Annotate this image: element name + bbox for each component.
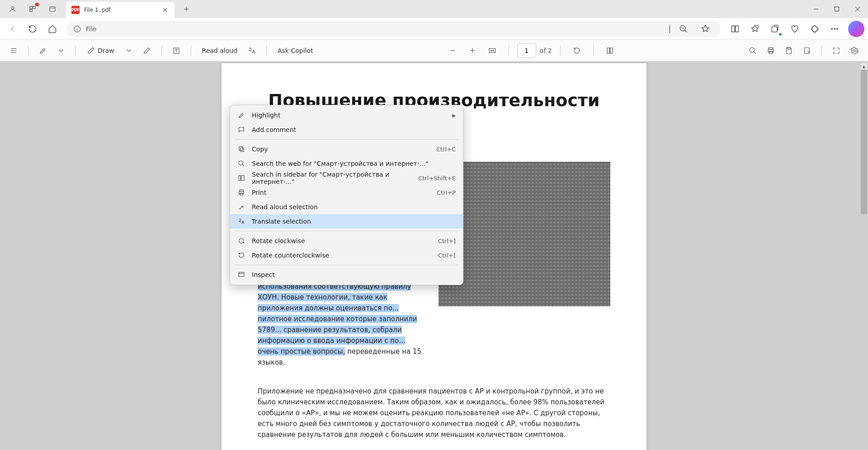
- close-window-button[interactable]: [847, 0, 868, 18]
- minimize-button[interactable]: [806, 0, 826, 18]
- favorite-button[interactable]: [696, 20, 714, 38]
- menu-translate-label: Translate selection: [252, 218, 456, 225]
- svg-rect-37: [607, 48, 609, 53]
- highlight-icon: [237, 111, 245, 119]
- favorites-hub-button[interactable]: [746, 20, 764, 38]
- svg-rect-38: [610, 48, 612, 53]
- svg-line-49: [242, 164, 244, 166]
- extensions-button[interactable]: [806, 20, 824, 38]
- menu-inspect[interactable]: Inspect: [230, 267, 463, 282]
- menu-search-sidebar-label: Search in sidebar for "Смарт-устройства …: [252, 171, 412, 185]
- svg-rect-1: [30, 6, 32, 9]
- page-view-button[interactable]: [602, 42, 618, 59]
- search-icon: [237, 159, 245, 168]
- svg-rect-54: [240, 193, 243, 195]
- read-aloud-icon: [237, 203, 245, 211]
- back-button[interactable]: [4, 20, 22, 38]
- split-screen-button[interactable]: [726, 20, 744, 38]
- zoom-out-button[interactable]: [444, 42, 461, 59]
- print-button[interactable]: [763, 42, 779, 59]
- scroll-thumb[interactable]: [861, 70, 867, 214]
- highlight-dropdown[interactable]: [53, 42, 69, 59]
- svg-line-16: [685, 30, 687, 32]
- translate-button[interactable]: [244, 42, 260, 59]
- menu-print-shortcut: Ctrl+P: [437, 189, 456, 196]
- menu-highlight-label: Highlight: [252, 112, 446, 119]
- read-aloud-button[interactable]: Read aloud: [198, 42, 242, 59]
- home-button[interactable]: [43, 20, 61, 38]
- text-tool-button[interactable]: [168, 42, 184, 59]
- menu-search-sidebar[interactable]: Search in sidebar for "Смарт-устройства …: [230, 171, 463, 185]
- ask-copilot-button[interactable]: Ask Copilot: [273, 42, 318, 59]
- fit-width-button[interactable]: [484, 42, 500, 59]
- address-bar[interactable]: File: [67, 21, 721, 37]
- maximize-button[interactable]: [826, 0, 847, 18]
- copy-icon: [237, 145, 245, 153]
- svg-rect-46: [240, 148, 244, 151]
- draw-dropdown[interactable]: [121, 42, 137, 59]
- vertical-scrollbar[interactable]: ▲: [861, 63, 867, 450]
- svg-rect-44: [788, 47, 790, 49]
- menu-read-aloud[interactable]: Read aloud selection: [230, 200, 463, 214]
- menu-add-comment-label: Add comment: [252, 126, 456, 133]
- menu-rotate-cw-label: Rotate clockwise: [252, 237, 432, 244]
- address-text: File: [86, 25, 662, 33]
- menu-rotate-cw[interactable]: Rotate clockwise Ctrl+]: [230, 234, 463, 248]
- menu-rotate-ccw[interactable]: Rotate counterclockwise Ctrl+[: [230, 248, 463, 262]
- tab-title: File 1..pdf: [84, 7, 156, 13]
- refresh-button[interactable]: [24, 20, 42, 38]
- tab-actions-button[interactable]: [43, 0, 61, 18]
- save-as-button[interactable]: [799, 42, 815, 59]
- svg-point-48: [239, 161, 243, 165]
- menu-separator: [235, 139, 458, 140]
- zoom-out-addr-button[interactable]: [675, 20, 693, 38]
- more-menu-button[interactable]: [826, 20, 844, 38]
- settings-button[interactable]: [846, 42, 863, 59]
- new-tab-button[interactable]: [179, 2, 193, 16]
- draw-button[interactable]: Draw: [82, 42, 119, 59]
- ask-copilot-label: Ask Copilot: [278, 47, 313, 54]
- tab-close-button[interactable]: ✕: [161, 6, 169, 14]
- collections-button[interactable]: [766, 20, 784, 38]
- menu-separator: [235, 265, 458, 265]
- svg-rect-18: [732, 26, 735, 32]
- submenu-arrow-icon: ▶: [452, 113, 456, 118]
- workspaces-button[interactable]: [24, 0, 42, 18]
- sidebar-search-icon: [237, 174, 245, 182]
- menu-add-comment[interactable]: Add comment: [230, 122, 463, 137]
- svg-rect-47: [239, 147, 243, 150]
- find-button[interactable]: [745, 42, 761, 59]
- copilot-button[interactable]: [848, 21, 864, 37]
- scroll-up-button[interactable]: ▲: [861, 63, 867, 70]
- svg-rect-2: [33, 6, 35, 9]
- contents-button[interactable]: [5, 42, 22, 59]
- save-button[interactable]: [781, 42, 797, 59]
- page-input[interactable]: [517, 43, 536, 58]
- highlight-tool-button[interactable]: [35, 42, 51, 59]
- profile-button[interactable]: [4, 0, 22, 18]
- menu-highlight[interactable]: Highlight ▶: [230, 108, 463, 122]
- fullscreen-button[interactable]: [828, 42, 844, 59]
- rotate-button[interactable]: [569, 42, 585, 59]
- menu-separator: [235, 231, 458, 231]
- paragraph-2: Приложение не предназначено для сравнени…: [258, 386, 610, 440]
- zoom-in-button[interactable]: [464, 42, 481, 59]
- svg-point-23: [831, 28, 833, 29]
- menu-copy[interactable]: Copy Ctrl+C: [230, 142, 463, 156]
- pdf-toolbar: Draw Read aloud Ask Copilot of 2: [0, 40, 868, 61]
- erase-button[interactable]: [139, 42, 155, 59]
- rotate-ccw-icon: [237, 251, 245, 259]
- menu-translate[interactable]: Translate selection: [230, 214, 463, 229]
- menu-rotate-ccw-label: Rotate counterclockwise: [252, 252, 432, 259]
- svg-rect-4: [50, 7, 55, 12]
- menu-print[interactable]: Print Ctrl+P: [230, 185, 463, 200]
- menu-search-web[interactable]: Search the web for "Смарт-устройства и и…: [230, 156, 463, 171]
- svg-line-40: [754, 52, 756, 54]
- file-info-icon: [73, 25, 81, 33]
- browser-essentials-button[interactable]: [786, 20, 804, 38]
- context-menu: Highlight ▶ Add comment Copy Ctrl+C Sear…: [230, 105, 463, 285]
- navbar: File: [0, 18, 868, 40]
- browser-tab[interactable]: PDF File 1..pdf ✕: [66, 2, 175, 18]
- titlebar: PDF File 1..pdf ✕: [0, 0, 868, 18]
- notification-dot: [35, 3, 39, 6]
